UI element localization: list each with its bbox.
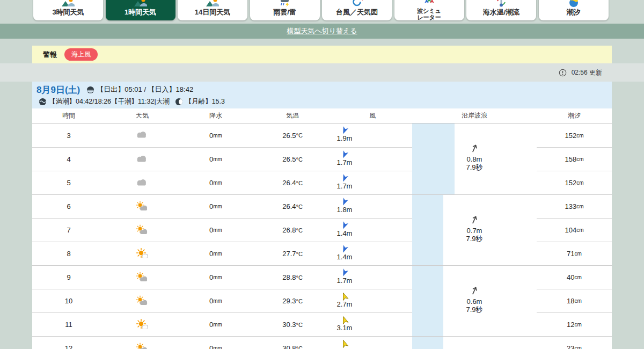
wind-speed: 1.9m (334, 135, 355, 142)
table-header-row: 時間天気降水気温風沿岸波浪潮汐 (32, 108, 612, 123)
wind-speed: 1.8m (334, 206, 355, 214)
hour-cell: 3 (32, 123, 105, 147)
temp-cell: 27.7°C (252, 242, 333, 265)
temp-cell: 29.3°C (252, 289, 333, 312)
tab-label: 波シミュ レーター (417, 8, 441, 20)
wind-direction-arrow-icon (334, 221, 355, 230)
weather-page: 警報 海上風 02:56 更新 8月9日(土) 【日出】05:01 / 【日入】… (0, 0, 644, 349)
switch-to-horizontal-link[interactable]: 横型天気へ切り替える (287, 26, 357, 36)
wind-cell: 1.9m (333, 123, 412, 147)
temp-cell: 26.4°C (252, 195, 333, 218)
wind-cell: 1.4m (333, 219, 412, 242)
tide-level-cell: 12cm (537, 312, 612, 336)
tide-level-cell: 40cm (537, 265, 612, 289)
sunny-small-cloud-icon (105, 242, 179, 265)
column-header: 天気 (105, 108, 179, 123)
column-header: 潮汐 (537, 108, 612, 123)
wave-height: 0.7m (412, 227, 537, 235)
rain-thunder-icon (277, 0, 293, 8)
wind-cell (333, 337, 412, 349)
tide-level-cell: 18cm (537, 289, 612, 312)
wind-speed: 1.7m (334, 277, 355, 285)
date-header: 8月9日(土) 【日出】05:01 / 【日入】18:42 【満潮】04:42/… (32, 82, 612, 108)
hour-cell: 9 (32, 266, 105, 289)
wind-speed: 2.7m (334, 301, 355, 308)
sun-cloud-icon (105, 337, 179, 349)
table-row: 30mm26.5°C1.9m (32, 123, 412, 147)
tab-label: 潮汐 (567, 9, 581, 16)
tide-level-cell: 158cm (537, 147, 612, 171)
tide-level-cell: 152cm (537, 171, 612, 194)
temp-cell: 28.8°C (252, 266, 333, 289)
hour-cell: 6 (32, 195, 105, 218)
temp-cell: 26.8°C (252, 219, 333, 242)
wind-cell: 1.4m (333, 242, 412, 265)
coastal-wave-cell: 0.8m7.9秒 (412, 123, 537, 194)
precip-cell: 0mm (179, 195, 252, 218)
hour-cell: 7 (32, 219, 105, 242)
tab-sea-temp-current[interactable]: 海水温/潮流 (466, 0, 536, 20)
precip-cell: 0mm (179, 171, 252, 194)
wind-cell: 1.8m (333, 195, 412, 218)
table-row: 40mm26.5°C1.7m (32, 147, 412, 171)
hour-cell: 11 (32, 313, 105, 336)
typhoon-icon (349, 0, 365, 8)
wave-period: 7.9秒 (412, 235, 537, 243)
wind-direction-arrow-icon (334, 174, 355, 183)
wave-period: 7.9秒 (412, 306, 537, 314)
warning-badge-sea-wind[interactable]: 海上風 (64, 48, 98, 61)
precip-cell: 0mm (179, 123, 252, 147)
tab-typhoon-weather-map[interactable]: 台風／天気図 (322, 0, 392, 20)
column-header: 沿岸波浪 (412, 108, 537, 123)
tide-level-cell: 71cm (537, 242, 612, 265)
hour-cell: 12 (32, 337, 105, 349)
warning-strip: 警報 海上風 (32, 46, 612, 63)
wind-cell: 1.7m (333, 148, 412, 171)
tab-wave-simulator[interactable]: 波シミュ レーター (394, 0, 464, 20)
hour-cell: 4 (32, 148, 105, 171)
precip-cell: 0mm (179, 148, 252, 171)
sunrise-sunset-text: 【日出】05:01 / 【日入】18:42 (97, 85, 193, 94)
precip-cell: 0mm (179, 289, 252, 312)
precip-cell: 0mm (179, 337, 252, 349)
temp-cell: 26.5°C (252, 148, 333, 171)
sun-cloud-icon (105, 266, 179, 289)
table-row: 70mm26.8°C1.4m (32, 218, 412, 242)
temp-cell: 30.8°C (252, 337, 333, 349)
wind-speed: 1.4m (334, 253, 355, 261)
wind-speed: 1.4m (334, 230, 355, 237)
tab-rain-cloud-thunder[interactable]: 雨雲/雷 (250, 0, 320, 20)
tab-3hour-weather[interactable]: 3時間天気 (33, 0, 103, 20)
wave-direction-arrow-icon (469, 219, 480, 227)
sun-cloud-icon (105, 219, 179, 242)
wind-direction-arrow-icon (334, 292, 355, 301)
column-header: 風 (333, 108, 412, 123)
tab-label: 台風／天気図 (336, 9, 378, 16)
table-row: 60mm26.4°C1.8m (32, 194, 412, 218)
date-label: 8月9日(土) (36, 84, 80, 96)
sunrise-icon (86, 86, 94, 94)
wind-cell: 1.7m (333, 266, 412, 289)
wind-direction-arrow-icon (334, 198, 355, 206)
temp-cell: 26.4°C (252, 171, 333, 194)
hour-cell: 8 (32, 242, 105, 265)
tide-times-text: 【満潮】04:42/18:26【干潮】11:32|大潮 (49, 97, 170, 106)
precip-cell: 0mm (179, 313, 252, 336)
moon-icon (175, 98, 183, 106)
wind-speed: 1.7m (334, 159, 355, 166)
wind-direction-arrow-icon (334, 150, 355, 159)
tab-tide[interactable]: 潮汐 (539, 0, 609, 20)
tab-14day-weather[interactable]: 14日間天気 (178, 0, 247, 20)
wave-period: 7.9秒 (412, 163, 537, 171)
temp-cell: 30.3°C (252, 313, 333, 336)
wind-cell: 1.7m (333, 171, 412, 194)
tide-icon (566, 0, 582, 8)
wind-direction-arrow-icon (334, 316, 355, 324)
sun-cloud-icon (105, 195, 179, 218)
cloudy-icon (105, 148, 179, 171)
wind-speed: 1.7m (334, 183, 355, 190)
sunny-small-cloud-icon (105, 313, 179, 336)
tab-1hour-weather[interactable]: 1時間天気 (106, 0, 175, 20)
wave-height: 0.6m (412, 297, 537, 306)
coastal-wave-cell: 0.6m7.9秒 (412, 265, 537, 336)
